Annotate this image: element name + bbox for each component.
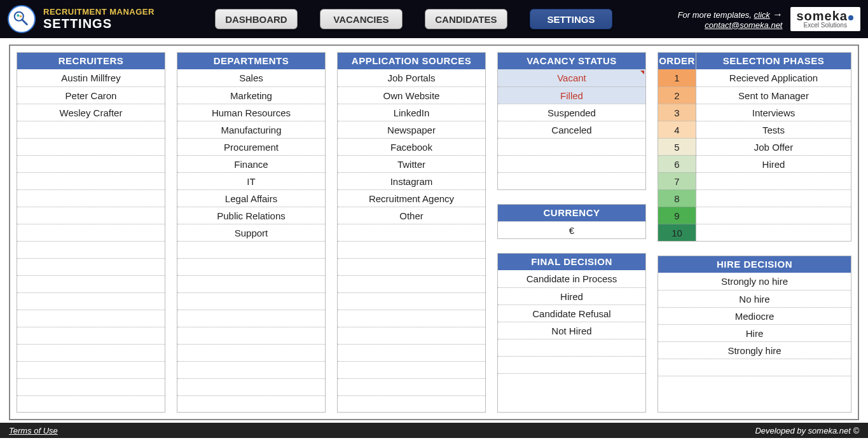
source-row[interactable] bbox=[338, 258, 485, 275]
vacancy-row[interactable] bbox=[498, 155, 645, 172]
recruiter-row[interactable] bbox=[17, 327, 165, 344]
vacancy-row[interactable] bbox=[498, 138, 645, 155]
final-decision-row[interactable]: Candidate Refusal bbox=[498, 305, 645, 322]
nav-settings[interactable]: SETTINGS bbox=[530, 9, 612, 29]
hire-decision-row[interactable] bbox=[658, 376, 851, 393]
vacancy-row[interactable]: Suspended bbox=[498, 104, 645, 121]
department-row[interactable]: Finance bbox=[177, 155, 325, 172]
recruiter-row[interactable] bbox=[17, 138, 165, 155]
vacancy-row[interactable]: Filled bbox=[498, 86, 645, 104]
vacancy-row[interactable]: Canceled bbox=[498, 121, 645, 138]
contact-link[interactable]: contact@someka.net bbox=[705, 20, 782, 30]
department-row[interactable]: Sales bbox=[177, 69, 325, 86]
recruiter-row[interactable]: Wesley Crafter bbox=[17, 104, 165, 121]
department-row[interactable] bbox=[177, 378, 325, 395]
department-row[interactable] bbox=[177, 292, 325, 310]
source-row[interactable]: Instagram bbox=[338, 172, 485, 189]
department-row[interactable]: Manufacturing bbox=[177, 121, 325, 138]
recruiter-row[interactable] bbox=[17, 224, 165, 241]
recruiter-row[interactable] bbox=[17, 121, 165, 138]
department-row[interactable]: IT bbox=[177, 172, 325, 189]
source-row[interactable] bbox=[338, 224, 485, 241]
recruiter-row[interactable] bbox=[17, 310, 165, 327]
recruiter-row[interactable] bbox=[17, 361, 165, 378]
department-row[interactable] bbox=[177, 310, 325, 327]
phase-row[interactable] bbox=[696, 224, 851, 241]
source-row[interactable]: Other bbox=[338, 207, 485, 224]
department-row[interactable]: Support bbox=[177, 224, 325, 241]
recruiter-row[interactable] bbox=[17, 292, 165, 310]
vacancy-row[interactable] bbox=[498, 172, 645, 189]
recruiter-row[interactable]: Peter Caron bbox=[17, 86, 165, 104]
recruiter-row[interactable] bbox=[17, 172, 165, 189]
phase-row[interactable]: Sent to Manager bbox=[696, 86, 851, 104]
source-row[interactable]: Own Website bbox=[338, 86, 485, 104]
vacancy-row[interactable]: Vacant bbox=[498, 69, 645, 86]
someka-logo[interactable]: someka Excel Solutions bbox=[790, 7, 861, 31]
hire-decision-row[interactable] bbox=[658, 359, 851, 376]
department-row[interactable] bbox=[177, 395, 325, 413]
recruiter-row[interactable] bbox=[17, 378, 165, 395]
department-row[interactable] bbox=[177, 327, 325, 344]
recruiter-row[interactable] bbox=[17, 275, 165, 292]
nav-candidates[interactable]: CANDIDATES bbox=[425, 9, 507, 29]
source-row[interactable]: Newspaper bbox=[338, 121, 485, 138]
phase-row[interactable] bbox=[696, 172, 851, 189]
department-row[interactable]: Marketing bbox=[177, 86, 325, 104]
source-row[interactable] bbox=[338, 292, 485, 310]
final-decision-row[interactable]: Hired bbox=[498, 287, 645, 305]
source-row[interactable] bbox=[338, 395, 485, 413]
hire-decision-row[interactable]: Mediocre bbox=[658, 307, 851, 324]
recruiter-row[interactable] bbox=[17, 258, 165, 275]
hire-decision-row[interactable]: Strongly no hire bbox=[658, 273, 851, 290]
source-row[interactable]: LinkedIn bbox=[338, 104, 485, 121]
source-row[interactable] bbox=[338, 378, 485, 395]
phase-row[interactable] bbox=[696, 189, 851, 207]
department-row[interactable]: Procurement bbox=[177, 138, 325, 155]
hire-decision-row[interactable]: No hire bbox=[658, 290, 851, 307]
currency-value[interactable]: € bbox=[498, 221, 645, 238]
department-row[interactable]: Legal Affairs bbox=[177, 189, 325, 207]
source-row[interactable]: Recruitment Agency bbox=[338, 189, 485, 207]
phase-row[interactable]: Tests bbox=[696, 121, 851, 138]
recruiter-row[interactable] bbox=[17, 155, 165, 172]
recruiter-row[interactable] bbox=[17, 189, 165, 207]
recruiter-row[interactable] bbox=[17, 207, 165, 224]
nav-vacancies[interactable]: VACANCIES bbox=[320, 9, 403, 29]
phase-row[interactable]: Interviews bbox=[696, 104, 851, 121]
final-decision-row[interactable]: Not Hired bbox=[498, 322, 645, 339]
nav-dashboard[interactable]: DASHBOARD bbox=[215, 9, 298, 29]
phase-row[interactable]: Recieved Application bbox=[696, 69, 851, 86]
phase-row[interactable] bbox=[696, 207, 851, 224]
source-row[interactable]: Job Portals bbox=[338, 69, 485, 86]
source-row[interactable] bbox=[338, 275, 485, 292]
source-row[interactable] bbox=[338, 241, 485, 258]
phase-row[interactable]: Job Offer bbox=[696, 138, 851, 155]
phase-row[interactable]: Hired bbox=[696, 155, 851, 172]
final-decision-row[interactable] bbox=[498, 373, 645, 390]
recruiter-row[interactable] bbox=[17, 344, 165, 361]
source-row[interactable] bbox=[338, 344, 485, 361]
recruiter-row[interactable] bbox=[17, 241, 165, 258]
terms-link[interactable]: Terms of Use bbox=[9, 426, 58, 435]
final-decision-row[interactable] bbox=[498, 339, 645, 356]
department-row[interactable]: Public Relations bbox=[177, 207, 325, 224]
final-decision-row[interactable]: Candidate in Process bbox=[498, 270, 645, 287]
recruiter-row[interactable]: Austin Millfrey bbox=[17, 69, 165, 86]
department-row[interactable]: Human Resources bbox=[177, 104, 325, 121]
hire-decision-row[interactable]: Strongly hire bbox=[658, 341, 851, 359]
recruiter-row[interactable] bbox=[17, 395, 165, 413]
department-row[interactable] bbox=[177, 361, 325, 378]
click-link[interactable]: click bbox=[754, 10, 770, 20]
department-row[interactable] bbox=[177, 241, 325, 258]
department-row[interactable] bbox=[177, 275, 325, 292]
source-row[interactable] bbox=[338, 327, 485, 344]
hire-decision-row[interactable]: Hire bbox=[658, 324, 851, 341]
department-row[interactable] bbox=[177, 344, 325, 361]
department-row[interactable] bbox=[177, 258, 325, 275]
source-row[interactable] bbox=[338, 361, 485, 378]
source-row[interactable]: Twitter bbox=[338, 155, 485, 172]
source-row[interactable]: Facebook bbox=[338, 138, 485, 155]
source-row[interactable] bbox=[338, 310, 485, 327]
final-decision-row[interactable] bbox=[498, 356, 645, 373]
